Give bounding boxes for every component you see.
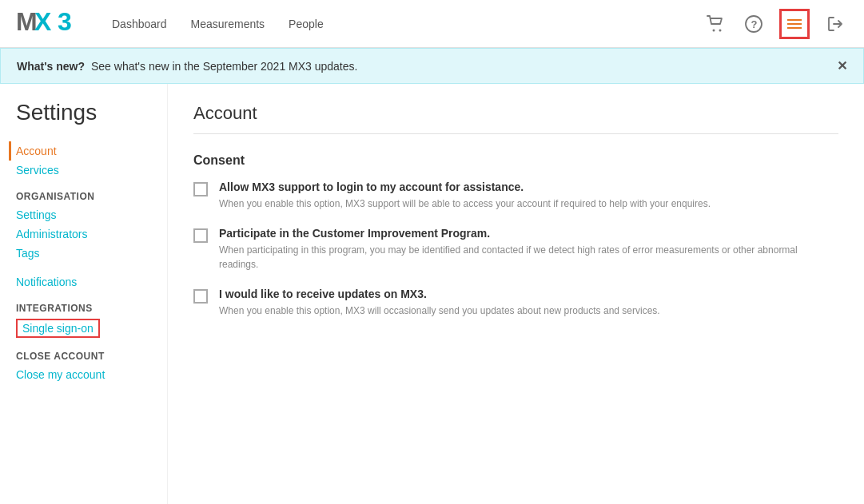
consent-section-title: Consent <box>193 153 838 168</box>
consent-main-2: Participate in the Customer Improvement … <box>219 227 838 240</box>
logo: M X 3 <box>16 6 80 41</box>
banner-text: See what's new in the September 2021 MX3… <box>91 60 357 73</box>
sidebar-account-group: Account Services <box>16 141 151 180</box>
nav-measurements[interactable]: Measurements <box>191 18 265 30</box>
navbar: M X 3 Dashboard Measurements People ? <box>0 0 864 48</box>
consent-item-1: Allow MX3 support to login to my account… <box>193 181 838 211</box>
nav-links: Dashboard Measurements People <box>112 18 703 30</box>
sidebar-organisation-label: ORGANISATION <box>16 191 151 202</box>
consent-main-1: Allow MX3 support to login to my account… <box>219 181 711 193</box>
logout-icon[interactable] <box>822 11 848 37</box>
sidebar-item-tags[interactable]: Tags <box>16 244 151 263</box>
nav-icons: ? <box>703 9 848 39</box>
svg-text:?: ? <box>751 18 758 30</box>
help-icon[interactable]: ? <box>741 11 766 37</box>
sidebar-item-account[interactable]: Account <box>9 141 151 161</box>
consent-text-1: Allow MX3 support to login to my account… <box>219 181 711 211</box>
consent-sub-3: When you enable this option, MX3 will oc… <box>219 304 660 318</box>
nav-dashboard[interactable]: Dashboard <box>112 18 167 30</box>
consent-main-3: I would like to receive updates on MX3. <box>219 288 660 300</box>
svg-point-3 <box>713 29 715 31</box>
content-title: Account <box>193 103 838 134</box>
consent-sub-1: When you enable this option, MX3 support… <box>219 196 711 211</box>
settings-gear-icon[interactable] <box>779 9 810 39</box>
sidebar-integrations-label: INTEGRATIONS <box>16 303 151 314</box>
content-area: Account Consent Allow MX3 support to log… <box>168 84 864 504</box>
sidebar-item-services[interactable]: Services <box>16 161 151 180</box>
consent-checkbox-3[interactable] <box>193 289 208 304</box>
nav-people[interactable]: People <box>289 18 324 30</box>
sidebar: Settings Account Services ORGANISATION S… <box>0 84 168 504</box>
svg-point-4 <box>719 29 722 31</box>
sidebar-item-notifications[interactable]: Notifications <box>16 272 151 292</box>
gear-lines-icon <box>787 19 802 29</box>
banner-label: What's new? <box>17 60 85 73</box>
whats-new-banner: What's new? See what's new in the Septem… <box>0 48 864 84</box>
consent-section: Consent Allow MX3 support to login to my… <box>193 153 838 318</box>
consent-sub-2: When participating in this program, you … <box>219 243 838 272</box>
logo-svg: M X 3 <box>16 6 80 35</box>
banner-close-button[interactable]: ✕ <box>837 58 847 73</box>
consent-item-3: I would like to receive updates on MX3. … <box>193 288 838 318</box>
svg-text:3: 3 <box>58 7 71 35</box>
sidebar-item-close-my-account[interactable]: Close my account <box>16 365 151 384</box>
consent-text-3: I would like to receive updates on MX3. … <box>219 288 660 318</box>
svg-text:X: X <box>34 7 52 35</box>
sidebar-item-settings[interactable]: Settings <box>16 205 151 224</box>
sidebar-close-account-label: CLOSE ACCOUNT <box>16 351 151 362</box>
main-layout: Settings Account Services ORGANISATION S… <box>0 84 864 504</box>
consent-checkbox-1[interactable] <box>193 182 208 196</box>
consent-text-2: Participate in the Customer Improvement … <box>219 227 838 272</box>
sidebar-title: Settings <box>16 100 151 125</box>
sidebar-item-administrators[interactable]: Administrators <box>16 224 151 244</box>
logo-text: M X 3 <box>16 6 80 41</box>
consent-checkbox-2[interactable] <box>193 228 208 243</box>
svg-text:M: M <box>16 7 37 35</box>
sidebar-item-single-sign-on[interactable]: Single sign-on <box>22 322 94 335</box>
consent-item-2: Participate in the Customer Improvement … <box>193 227 838 272</box>
cart-icon[interactable] <box>703 11 728 37</box>
